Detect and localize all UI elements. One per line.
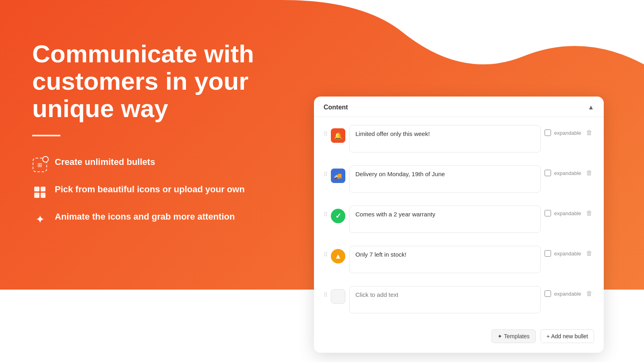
bullet-icon-empty[interactable] xyxy=(331,289,345,304)
truck-icon: 🚚 xyxy=(334,172,342,180)
bullet-5-wrap xyxy=(349,286,541,315)
bullet-3-expandable-checkbox[interactable] xyxy=(545,210,551,216)
bullet-icon-green[interactable]: ✓ xyxy=(331,209,345,223)
table-row: ⠿ 🔔 Limited offer only this week! expand… xyxy=(320,120,597,159)
add-new-bullet-button[interactable]: + Add new bullet xyxy=(541,329,594,343)
bullet-icon-red[interactable]: 🔔 xyxy=(331,128,345,143)
table-row: ⠿ 🚚 Delivery on Monday, 19th of June exp… xyxy=(320,160,597,199)
bullet-4-wrap: Only 7 left in stock! xyxy=(349,246,541,275)
bullet-2-input[interactable]: Delivery on Monday, 19th of June xyxy=(349,165,541,193)
bullet-4-controls: expandable 🗑 xyxy=(545,246,594,258)
bullet-1-wrap: Limited offer only this week! xyxy=(349,125,541,154)
warning-icon: ▲ xyxy=(334,252,342,261)
dashed-box-icon: ⊞ xyxy=(33,158,47,172)
bullet-rows: ⠿ 🔔 Limited offer only this week! expand… xyxy=(314,117,604,325)
bullet-1-input[interactable]: Limited offer only this week! xyxy=(349,125,541,152)
grid-icon xyxy=(34,187,45,198)
bullet-2-wrap: Delivery on Monday, 19th of June xyxy=(349,165,541,194)
panel-header: Content ▲ xyxy=(314,97,604,117)
bullet-2-expandable-checkbox[interactable] xyxy=(545,170,551,176)
bullet-5-expandable-checkbox[interactable] xyxy=(545,290,551,297)
bullet-2-controls: expandable 🗑 xyxy=(545,165,594,177)
panel-title: Content xyxy=(324,104,348,111)
feature-item-icons: Pick from beautiful icons or upload your… xyxy=(32,184,266,200)
divider-line xyxy=(32,135,60,136)
feature-item-bullets: ⊞ Create unlimited bullets xyxy=(32,156,266,173)
panel-footer: ✦ Templates + Add new bullet xyxy=(314,325,604,345)
feature-list: ⊞ Create unlimited bullets Pick from bea… xyxy=(32,156,266,227)
bullet-3-expandable-label: expandable xyxy=(554,210,581,216)
main-title: Communicate with customers in your uniqu… xyxy=(32,40,266,123)
bullet-2-expandable-label: expandable xyxy=(554,170,581,176)
drag-handle-2[interactable]: ⠿ xyxy=(324,165,327,177)
bullet-2-delete-button[interactable]: 🗑 xyxy=(584,169,594,177)
panel-collapse-button[interactable]: ▲ xyxy=(588,104,594,111)
bullet-icon-blue[interactable]: 🚚 xyxy=(331,169,345,183)
check-icon: ✓ xyxy=(335,212,341,220)
four-squares-icon xyxy=(32,185,47,200)
bullet-icon-orange[interactable]: ▲ xyxy=(331,249,345,263)
drag-handle-1[interactable]: ⠿ xyxy=(324,125,327,137)
sparkle-icon: ✦ xyxy=(32,212,47,227)
bullet-3-wrap: Comes with a 2 year warranty xyxy=(349,206,541,234)
content-panel: Content ▲ ⠿ 🔔 Limited offer only this we… xyxy=(314,97,604,353)
feature-text-animate: Animate the icons and grab more attentio… xyxy=(55,211,235,223)
feature-text-bullets: Create unlimited bullets xyxy=(55,156,155,168)
bullet-1-controls: expandable 🗑 xyxy=(545,125,594,137)
bullet-4-delete-button[interactable]: 🗑 xyxy=(584,249,594,258)
bullet-3-delete-button[interactable]: 🗑 xyxy=(584,209,594,218)
bullet-4-input[interactable]: Only 7 left in stock! xyxy=(349,246,541,273)
bullet-1-expandable-checkbox[interactable] xyxy=(545,130,551,136)
drag-handle-4[interactable]: ⠿ xyxy=(324,246,327,258)
drag-handle-3[interactable]: ⠿ xyxy=(324,206,327,218)
bullet-3-input[interactable]: Comes with a 2 year warranty xyxy=(349,206,541,233)
bullet-5-controls: expandable 🗑 xyxy=(545,286,594,298)
templates-button[interactable]: ✦ Templates xyxy=(491,329,535,343)
drag-handle-5[interactable]: ⠿ xyxy=(324,286,327,298)
bell-icon: 🔔 xyxy=(334,132,342,140)
bullet-1-expandable-label: expandable xyxy=(554,130,581,136)
bullet-5-delete-button[interactable]: 🗑 xyxy=(584,289,594,298)
bullet-1-delete-button[interactable]: 🗑 xyxy=(584,128,594,137)
bullet-5-input[interactable] xyxy=(349,286,541,313)
unlimited-bullets-icon: ⊞ xyxy=(32,157,47,173)
table-row: ⠿ expandable 🗑 xyxy=(320,281,597,320)
feature-text-icons: Pick from beautiful icons or upload your… xyxy=(55,184,245,195)
left-content: Communicate with customers in your uniqu… xyxy=(32,40,266,227)
feature-item-animate: ✦ Animate the icons and grab more attent… xyxy=(32,211,266,227)
table-row: ⠿ ▲ Only 7 left in stock! expandable 🗑 xyxy=(320,241,597,280)
bullet-5-expandable-label: expandable xyxy=(554,291,581,297)
bullet-3-controls: expandable 🗑 xyxy=(545,206,594,218)
table-row: ⠿ ✓ Comes with a 2 year warranty expanda… xyxy=(320,201,597,239)
bottom-label: Bloom: Product Feature Bullets xyxy=(32,343,129,350)
bullet-4-expandable-label: expandable xyxy=(554,251,581,257)
bullet-4-expandable-checkbox[interactable] xyxy=(545,250,551,257)
